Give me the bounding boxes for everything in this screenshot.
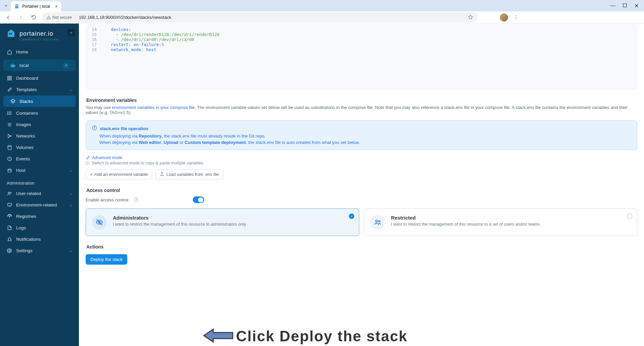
svg-rect-9 [12,65,13,66]
bookmark-icon[interactable] [468,14,473,21]
access-option-restricted[interactable]: Restricted I want to restrict the manage… [364,208,638,236]
sidebar-admin-settings[interactable]: Settings⌄ [0,245,79,256]
svg-point-28 [10,136,11,137]
users-icon [370,215,385,230]
browser-tab[interactable]: Portainer | local × [11,1,61,11]
sidebar-item-label: Settings [16,248,33,253]
access-control-toggle[interactable] [193,196,204,203]
chevron-down-icon: ⌄ [69,248,72,253]
sidebar-item-dashboard[interactable]: Dashboard [0,72,79,84]
access-option-admins[interactable]: Administrators I want to restrict the ma… [86,208,359,236]
access-toggle-label: Enable access control [86,197,128,202]
users-icon [7,191,12,196]
actions-title: Actions [86,244,637,249]
tutorial-annotation: Click Deploy the stack [203,326,408,346]
sidebar-item-label: Images [16,122,31,127]
line-number: 15 [86,32,101,37]
sidebar-collapse-button[interactable]: « [67,29,75,36]
browser-toolbar: Not secure 192.168.1.18:9000/#!/2/docker… [0,11,644,24]
grid-icon [7,76,12,81]
forward-button[interactable] [16,13,26,22]
maximize-icon[interactable] [623,3,627,9]
edit-icon [7,87,12,92]
sidebar-item-label: Containers [16,111,38,116]
minimize-icon[interactable]: — [610,3,615,9]
environment-close-icon[interactable]: × [63,63,69,68]
info-icon [92,125,97,131]
svg-point-36 [10,192,11,193]
close-icon[interactable]: ✕ [634,3,639,9]
monitor-icon [7,202,12,207]
svg-rect-5 [8,32,14,37]
sidebar-admin-logs[interactable]: Logs [0,222,79,233]
sidebar-admin-notifications[interactable]: Notifications [0,233,79,245]
sidebar-item-home[interactable]: Home [0,46,79,57]
sidebar-item-host[interactable]: Host⌄ [0,164,79,176]
back-button[interactable] [3,13,13,22]
sidebar-admin-registries[interactable]: Registries [0,210,79,222]
help-icon[interactable]: ? [134,197,138,202]
svg-rect-11 [12,64,13,65]
radio-unchecked-icon [627,214,632,219]
line-number: 17 [86,42,101,47]
browser-tab-strip: Portainer | local × — ✕ [0,0,644,11]
profile-avatar-icon[interactable] [500,13,508,22]
annotation-text: Click Deploy the stack [236,328,408,345]
sidebar-item-events[interactable]: Events [0,153,79,164]
bell-icon [7,237,12,242]
sidebar-item-label: Templates [16,87,37,92]
deploy-stack-button[interactable]: Deploy the stack [86,254,127,265]
sidebar-item-containers[interactable]: Containers [0,107,79,119]
env-vars-doc-link[interactable]: environment variables in your compose fi… [112,105,194,110]
access-restricted-desc: I want to restrict the management of thi… [391,222,540,227]
sidebar-item-stacks[interactable]: Stacks [3,95,76,107]
chevron-down-icon: ⌄ [69,87,72,92]
chevron-down-icon: ⌄ [69,203,72,207]
reload-button[interactable] [29,13,38,22]
sidebar-item-label: Registries [16,214,36,219]
arrow-left-icon [203,326,233,346]
code-editor-card: 14 devices:15 - /dev/dri/renderD128:/dev… [86,25,637,89]
svg-point-31 [8,145,11,147]
sidebar-item-label: Host [16,168,26,173]
box-icon [7,168,12,173]
svg-point-26 [8,134,9,135]
sidebar-item-networks[interactable]: Networks [0,130,79,142]
environment-label: local [19,63,29,68]
tab-dropdown-icon[interactable] [3,2,9,9]
warning-icon [46,15,51,20]
sidebar-item-volumes[interactable]: Volumes [0,142,79,153]
compose-editor[interactable]: 14 devices:15 - /dev/dri/renderD128:/dev… [86,25,637,89]
database-icon [7,145,12,150]
svg-rect-13 [10,76,11,77]
info-icon [86,161,90,165]
svg-point-43 [94,127,95,127]
tab-close-icon[interactable]: × [55,4,58,9]
sidebar-item-images[interactable]: Images [0,119,79,130]
sidebar-admin-environment-related[interactable]: Environment-related⌄ [0,199,79,210]
logo[interactable]: portainer.io [6,29,73,39]
security-indicator[interactable]: Not secure [46,15,76,20]
tab-title: Portainer | local [22,4,50,9]
svg-line-30 [9,136,10,137]
sidebar-item-label: Dashboard [16,76,38,81]
add-env-var-button[interactable]: + Add an environment variable [86,169,152,180]
list-icon [7,111,12,116]
svg-rect-0 [15,4,18,5]
sidebar-section-admin: Administration [0,176,79,188]
sidebar-item-templates[interactable]: Templates⌄ [0,84,79,95]
sidebar-admin-user-related[interactable]: User-related⌄ [0,188,79,199]
chevron-down-icon: ⌄ [69,168,72,172]
image-icon [7,122,12,127]
access-restricted-title: Restricted [391,215,540,221]
sidebar-environment-selector[interactable]: local × [3,60,76,71]
advanced-mode-link[interactable]: Advanced mode [86,155,637,160]
svg-rect-14 [7,78,9,80]
svg-point-35 [8,192,9,193]
line-number: 16 [86,37,101,42]
edit-icon [86,156,90,160]
address-bar[interactable]: Not secure 192.168.1.18:9000/#!/2/docker… [42,12,478,23]
load-env-file-button[interactable]: Load variables from .env file [155,169,223,180]
browser-menu-icon[interactable]: ⋮ [511,14,520,21]
env-vars-title: Environment variables [86,98,637,103]
